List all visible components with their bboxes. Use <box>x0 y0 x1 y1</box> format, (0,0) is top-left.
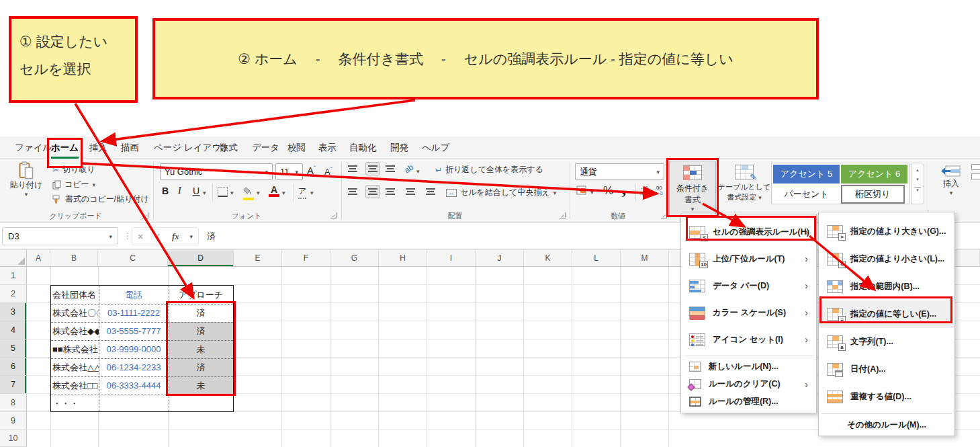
cell-D5[interactable]: 未 <box>169 340 233 358</box>
name-box[interactable]: D3 ▾ <box>2 227 118 245</box>
cell-D7[interactable]: 未 <box>169 376 233 395</box>
cell-B5[interactable]: ■■株式会社 <box>52 340 99 358</box>
row-header-6[interactable]: 6 <box>0 358 27 376</box>
align-middle-button[interactable] <box>365 162 380 175</box>
submenu-item-equal-to[interactable]: = 指定の値に等しい(E)... <box>821 300 952 328</box>
alignment-dialog-launcher[interactable] <box>560 212 566 218</box>
tab-insert[interactable]: 挿入 <box>89 136 107 159</box>
row-header-7[interactable]: 7 <box>0 376 27 394</box>
cell-D6[interactable]: 済 <box>169 358 233 376</box>
enter-check-icon[interactable]: ✓ <box>154 231 161 241</box>
formula-bar-value[interactable]: 済 <box>207 231 216 243</box>
cell-C4[interactable]: 03-5555-7777 <box>99 322 169 340</box>
orientation-button[interactable]: ab <box>402 162 415 175</box>
menu-item-clear-rules[interactable]: ルールのクリア(C) › <box>683 376 814 393</box>
menu-item-new-rule[interactable]: 新しいルール(N)... <box>683 358 814 375</box>
styles-gallery-scrollbar[interactable]: ▴ ▾ ▾ <box>911 163 924 204</box>
cell-B4[interactable]: 株式会社◆◆ <box>52 322 99 340</box>
paste-button[interactable]: 貼り付け ▾ <box>7 161 46 198</box>
borders-button[interactable] <box>218 187 228 197</box>
tab-formulas[interactable]: 数式 <box>220 136 238 159</box>
col-header-E[interactable]: E <box>234 250 282 267</box>
increase-font-size-button[interactable]: Aˆ <box>307 165 316 176</box>
tab-data[interactable]: データ <box>252 136 279 159</box>
row-header-8[interactable]: 8 <box>0 394 27 412</box>
align-right-button[interactable] <box>386 187 395 195</box>
phonetic-guide-button[interactable]: ア <box>298 186 306 199</box>
row-header-10[interactable]: 10 <box>0 430 27 447</box>
increase-indent-button[interactable] <box>426 187 435 195</box>
submenu-item-duplicate-values[interactable]: 重複する値(D)... <box>821 383 952 411</box>
cell-B6[interactable]: 株式会社△△ <box>52 358 99 376</box>
cell-B8[interactable]: ・・・ <box>52 395 99 413</box>
align-top-button[interactable] <box>348 164 357 172</box>
cell-C7[interactable]: 06-3333-4444 <box>99 376 169 395</box>
style-accent6[interactable]: アクセント 6 <box>841 165 907 184</box>
format-painter-button[interactable]: 書式のコピー/貼り付け <box>52 194 149 205</box>
menu-item-color-scales[interactable]: カラー スケール(S) › <box>683 299 814 326</box>
cell-D3[interactable]: 済 <box>169 304 233 322</box>
menu-item-top-bottom-rules[interactable]: ↑ 10 上位/下位ルール(T) › <box>683 245 814 272</box>
decrease-indent-button[interactable] <box>406 187 415 195</box>
accounting-dropdown[interactable]: ▾ <box>590 189 594 196</box>
col-header-G[interactable]: G <box>330 250 379 267</box>
number-dialog-launcher[interactable] <box>661 212 667 218</box>
phonetic-dropdown[interactable]: ▾ <box>310 190 314 196</box>
tab-draw[interactable]: 描画 <box>121 136 139 159</box>
col-header-M[interactable]: M <box>621 250 669 267</box>
row-header-4[interactable]: 4 <box>0 321 27 339</box>
submenu-item-text-contains[interactable]: a 文字列(T)... <box>821 328 952 356</box>
increase-decimal-button[interactable]: ←0.00 <box>639 186 648 196</box>
select-all-corner[interactable] <box>0 250 27 267</box>
tab-home[interactable]: ホーム <box>51 136 79 159</box>
wrap-text-button[interactable]: ↵ 折り返して全体を表示する <box>435 164 543 175</box>
copy-button[interactable]: コピー ▾ <box>52 179 95 190</box>
format-as-table-button[interactable]: ✎ テーブルとして 書式設定 ▾ <box>719 161 770 202</box>
submenu-item-more-rules[interactable]: その他のルール(M)... <box>821 416 952 434</box>
decrease-decimal-button[interactable]: .00→0 <box>654 186 662 196</box>
col-header-L[interactable]: L <box>572 250 621 267</box>
row-header-1[interactable]: 1 <box>0 267 27 285</box>
font-color-dropdown[interactable]: ▾ <box>282 190 285 196</box>
font-size-combobox[interactable]: 11▾ <box>275 163 303 180</box>
fill-color-button[interactable] <box>243 186 254 200</box>
cell-C5[interactable]: 03-9999-0000 <box>99 340 169 358</box>
row-header-2[interactable]: 2 <box>0 285 27 303</box>
cell-D4[interactable]: 済 <box>169 322 233 340</box>
insert-cells-button[interactable]: 挿入 ▾ <box>934 162 969 196</box>
tab-view[interactable]: 表示 <box>318 136 337 159</box>
tab-page-layout[interactable]: ページ レイアウト <box>154 136 230 159</box>
menu-item-data-bars[interactable]: データ バー(D) › <box>683 272 814 299</box>
clipboard-dialog-launcher[interactable] <box>142 212 148 218</box>
comma-style-button[interactable]: , <box>622 180 626 198</box>
font-color-button[interactable]: BA <box>269 184 279 197</box>
col-header-D[interactable]: D <box>168 250 234 267</box>
cell-D2[interactable]: アプローチ <box>169 286 233 304</box>
tab-automate[interactable]: 自動化 <box>349 136 377 159</box>
orientation-dropdown[interactable]: ▾ <box>416 168 420 175</box>
submenu-item-less-than[interactable]: < 指定の値より小さい(L)... <box>821 245 952 273</box>
col-header-H[interactable]: H <box>379 250 427 267</box>
style-accent5[interactable]: アクセント 5 <box>773 165 840 184</box>
row-header-9[interactable]: 9 <box>0 412 27 430</box>
drag-handle-icon[interactable]: ⋮ <box>124 231 132 241</box>
style-comma[interactable]: 桁区切り <box>841 185 905 204</box>
fill-color-dropdown[interactable]: ▾ <box>257 190 260 196</box>
style-percent[interactable]: パーセント <box>773 185 840 204</box>
font-dialog-launcher[interactable] <box>330 212 337 218</box>
col-header-C[interactable]: C <box>98 250 168 267</box>
tab-file[interactable]: ファイル <box>15 136 52 159</box>
align-bottom-button[interactable] <box>386 164 395 172</box>
align-center-button[interactable] <box>365 185 380 198</box>
conditional-formatting-button[interactable]: 条件付き 書式 ▾ <box>669 161 716 217</box>
italic-button[interactable]: I <box>178 186 181 196</box>
borders-dropdown[interactable]: ▾ <box>230 190 234 196</box>
insert-function-button[interactable]: fx <box>172 231 179 242</box>
menu-item-manage-rules[interactable]: ルールの管理(R)... <box>683 393 814 410</box>
col-header-I[interactable]: I <box>427 250 476 267</box>
row-header-5[interactable]: 5 <box>0 339 27 358</box>
cell-B3[interactable]: 株式会社〇〇 <box>52 304 99 322</box>
underline-dropdown[interactable]: ▾ <box>203 190 206 196</box>
decrease-font-size-button[interactable]: Aˇ <box>324 166 332 177</box>
cell-C6[interactable]: 06-1234-2233 <box>99 358 169 376</box>
